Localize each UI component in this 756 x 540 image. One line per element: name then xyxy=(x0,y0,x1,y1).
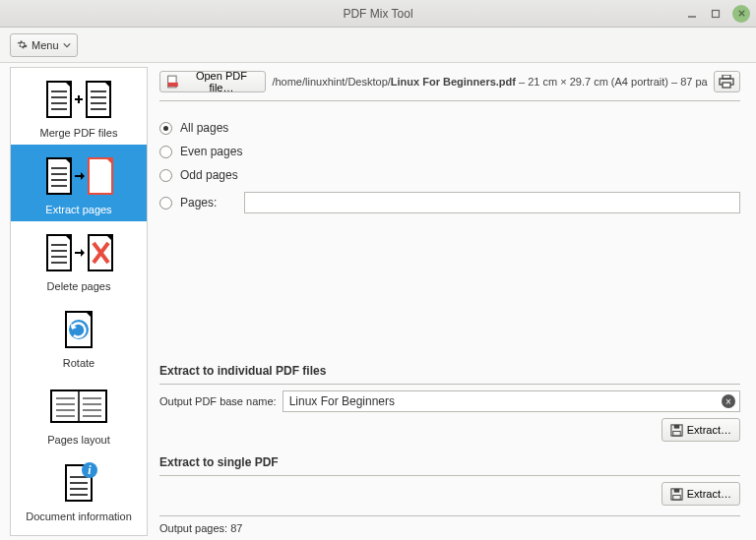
section-extract-single: Extract to single PDF xyxy=(159,451,740,476)
radio-odd-pages[interactable]: Odd pages xyxy=(159,168,740,182)
extract-individual-button[interactable]: Extract… xyxy=(662,418,740,442)
toolbar: Menu xyxy=(0,28,756,63)
window-title: PDF Mix Tool xyxy=(343,7,412,21)
basename-label: Output PDF base name: xyxy=(159,395,277,407)
output-pages: Output pages: 87 xyxy=(159,522,242,534)
radio-label: Even pages xyxy=(180,145,242,158)
svg-rect-61 xyxy=(673,431,680,436)
basename-input[interactable]: Linux For Beginners × xyxy=(283,390,740,412)
save-icon xyxy=(670,488,683,501)
sidebar-item-label: Merge PDF files xyxy=(40,127,118,139)
sidebar: Merge PDF files Extract pages xyxy=(10,67,148,536)
minimize-button[interactable] xyxy=(685,7,699,21)
save-icon xyxy=(670,424,683,437)
svg-rect-4 xyxy=(47,82,71,117)
svg-rect-23 xyxy=(47,235,71,270)
sidebar-item-label: Rotate xyxy=(63,357,94,369)
footer-status: Output pages: 87 xyxy=(159,515,740,534)
radio-label: Pages: xyxy=(180,196,217,210)
sidebar-item-docinfo[interactable]: i Document information xyxy=(11,451,147,528)
section-extract-individual: Extract to individual PDF files xyxy=(159,360,740,385)
radio-icon xyxy=(159,169,172,182)
layout-icon xyxy=(39,383,118,430)
merge-icon xyxy=(39,76,118,123)
pages-input[interactable] xyxy=(244,192,740,213)
svg-rect-55 xyxy=(168,83,178,87)
sidebar-item-layout[interactable]: Pages layout xyxy=(11,375,147,451)
sidebar-item-label: Extract pages xyxy=(45,204,111,215)
svg-rect-1 xyxy=(713,10,720,17)
close-button[interactable] xyxy=(732,5,750,23)
radio-label: Odd pages xyxy=(180,168,238,182)
sidebar-item-merge[interactable]: Merge PDF files xyxy=(11,68,147,145)
main-panel: Open PDF file… /home/linuxhint/Desktop/L… xyxy=(148,63,756,540)
radio-custom-pages[interactable]: Pages: xyxy=(159,192,740,213)
radio-icon xyxy=(159,122,172,135)
gear-icon xyxy=(17,39,28,50)
menu-button[interactable]: Menu xyxy=(10,33,78,57)
clear-icon[interactable]: × xyxy=(722,394,735,408)
svg-rect-16 xyxy=(47,158,71,194)
sidebar-item-delete[interactable]: Delete pages xyxy=(11,221,147,298)
svg-rect-22 xyxy=(89,158,112,194)
radio-even-pages[interactable]: Even pages xyxy=(159,145,740,158)
sidebar-item-label: Document information xyxy=(26,510,132,522)
sidebar-item-partial[interactable] xyxy=(11,528,147,536)
open-pdf-label: Open PDF file… xyxy=(183,70,259,93)
extract-icon xyxy=(39,152,118,200)
window-controls xyxy=(685,5,750,23)
menu-label: Menu xyxy=(32,39,59,51)
extract-label: Extract… xyxy=(687,424,731,436)
sidebar-item-extract[interactable]: Extract pages xyxy=(11,145,147,221)
svg-rect-60 xyxy=(673,424,679,428)
svg-rect-64 xyxy=(673,495,680,500)
page-selection-options: All pages Even pages Odd pages Pages: xyxy=(159,101,740,360)
title-bar: PDF Mix Tool xyxy=(0,0,756,28)
printer-icon xyxy=(719,75,734,89)
info-icon: i xyxy=(39,459,118,507)
file-path-info: /home/linuxhint/Desktop/Linux For Beginn… xyxy=(272,76,708,88)
maximize-button[interactable] xyxy=(709,7,723,21)
radio-label: All pages xyxy=(180,121,228,135)
save-button[interactable] xyxy=(714,71,740,92)
extract-label: Extract… xyxy=(687,488,731,500)
radio-all-pages[interactable]: All pages xyxy=(159,121,740,135)
sidebar-item-rotate[interactable]: Rotate xyxy=(11,298,147,375)
radio-icon xyxy=(159,197,172,210)
delete-icon xyxy=(39,229,118,276)
svg-rect-63 xyxy=(673,488,679,492)
svg-rect-58 xyxy=(723,83,730,88)
pdf-icon xyxy=(166,75,179,89)
svg-rect-11 xyxy=(87,82,110,117)
radio-icon xyxy=(159,146,172,158)
file-row: Open PDF file… /home/linuxhint/Desktop/L… xyxy=(159,71,740,101)
extract-single-button[interactable]: Extract… xyxy=(662,482,740,506)
sidebar-item-label: Delete pages xyxy=(47,280,111,292)
chevron-down-icon xyxy=(63,41,71,49)
open-pdf-button[interactable]: Open PDF file… xyxy=(159,71,266,92)
sidebar-item-label: Pages layout xyxy=(47,434,110,446)
rotate-icon xyxy=(39,306,118,353)
